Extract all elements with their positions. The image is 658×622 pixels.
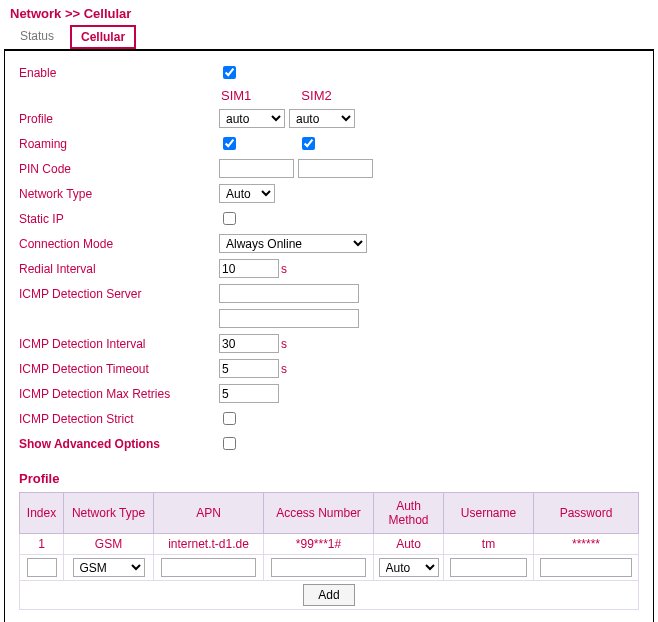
roaming-sim2-checkbox[interactable] [302, 137, 315, 150]
th-password: Password [534, 493, 639, 534]
th-username: Username [444, 493, 534, 534]
th-nettype: Network Type [64, 493, 154, 534]
label-icmp-retries: ICMP Detection Max Retries [19, 387, 219, 401]
table-add-row: Add [20, 581, 639, 610]
tab-status[interactable]: Status [10, 25, 64, 49]
settings-form: Enable SIM1 SIM2 Profile auto auto Roami… [19, 63, 639, 453]
table-new-row: GSM Auto [20, 555, 639, 581]
label-icmp-strict: ICMP Detection Strict [19, 412, 219, 426]
label-redial: Redial Interval [19, 262, 219, 276]
icmp-server2-input[interactable] [219, 309, 359, 328]
cell-apn: internet.t-d1.de [154, 534, 264, 555]
cell-authmethod: Auto [374, 534, 444, 555]
label-icmp-timeout: ICMP Detection Timeout [19, 362, 219, 376]
profile-sim1-select[interactable]: auto [219, 109, 285, 128]
icmp-server1-input[interactable] [219, 284, 359, 303]
label-icmp-server: ICMP Detection Server [19, 287, 219, 301]
cellular-panel: Enable SIM1 SIM2 Profile auto auto Roami… [4, 49, 654, 622]
icmp-timeout-input[interactable] [219, 359, 279, 378]
show-adv-checkbox[interactable] [223, 437, 236, 450]
cell-nettype: GSM [64, 534, 154, 555]
cell-username: tm [444, 534, 534, 555]
label-connmode: Connection Mode [19, 237, 219, 251]
new-nettype-select[interactable]: GSM [73, 558, 145, 577]
staticip-checkbox[interactable] [223, 212, 236, 225]
th-apn: APN [154, 493, 264, 534]
new-index-input[interactable] [27, 558, 57, 577]
profile-sim2-select[interactable]: auto [289, 109, 355, 128]
sim-headers: SIM1 SIM2 [219, 88, 639, 103]
label-show-adv: Show Advanced Options [19, 437, 219, 451]
icmp-interval-input[interactable] [219, 334, 279, 353]
sim2-header: SIM2 [301, 88, 331, 103]
nettype-select[interactable]: Auto [219, 184, 275, 203]
table-row[interactable]: 1 GSM internet.t-d1.de *99***1# Auto tm … [20, 534, 639, 555]
new-apn-input[interactable] [161, 558, 257, 577]
pin-sim1-input[interactable] [219, 159, 294, 178]
cell-accessnum: *99***1# [264, 534, 374, 555]
unit-s: s [281, 337, 287, 351]
label-roaming: Roaming [19, 137, 219, 151]
new-username-input[interactable] [450, 558, 527, 577]
unit-s: s [281, 362, 287, 376]
tabs: Status Cellular [10, 25, 654, 49]
redial-input[interactable] [219, 259, 279, 278]
profile-section-title: Profile [19, 471, 639, 486]
enable-checkbox[interactable] [223, 66, 236, 79]
roaming-sim1-checkbox[interactable] [223, 137, 236, 150]
profile-table: Index Network Type APN Access Number Aut… [19, 492, 639, 610]
icmp-strict-checkbox[interactable] [223, 412, 236, 425]
icmp-retries-input[interactable] [219, 384, 279, 403]
tab-cellular[interactable]: Cellular [70, 25, 136, 49]
label-nettype: Network Type [19, 187, 219, 201]
label-enable: Enable [19, 66, 219, 80]
th-authmethod: Auth Method [374, 493, 444, 534]
unit-s: s [281, 262, 287, 276]
th-accessnum: Access Number [264, 493, 374, 534]
new-password-input[interactable] [540, 558, 631, 577]
label-staticip: Static IP [19, 212, 219, 226]
cell-index: 1 [20, 534, 64, 555]
new-authmethod-select[interactable]: Auto [379, 558, 439, 577]
cell-password: ****** [534, 534, 639, 555]
breadcrumb: Network >> Cellular [10, 6, 654, 21]
label-profile: Profile [19, 112, 219, 126]
connmode-select[interactable]: Always Online [219, 234, 367, 253]
add-button[interactable]: Add [303, 584, 354, 606]
sim1-header: SIM1 [221, 88, 251, 103]
pin-sim2-input[interactable] [298, 159, 373, 178]
label-pin: PIN Code [19, 162, 219, 176]
label-icmp-interval: ICMP Detection Interval [19, 337, 219, 351]
th-index: Index [20, 493, 64, 534]
new-accessnum-input[interactable] [271, 558, 367, 577]
